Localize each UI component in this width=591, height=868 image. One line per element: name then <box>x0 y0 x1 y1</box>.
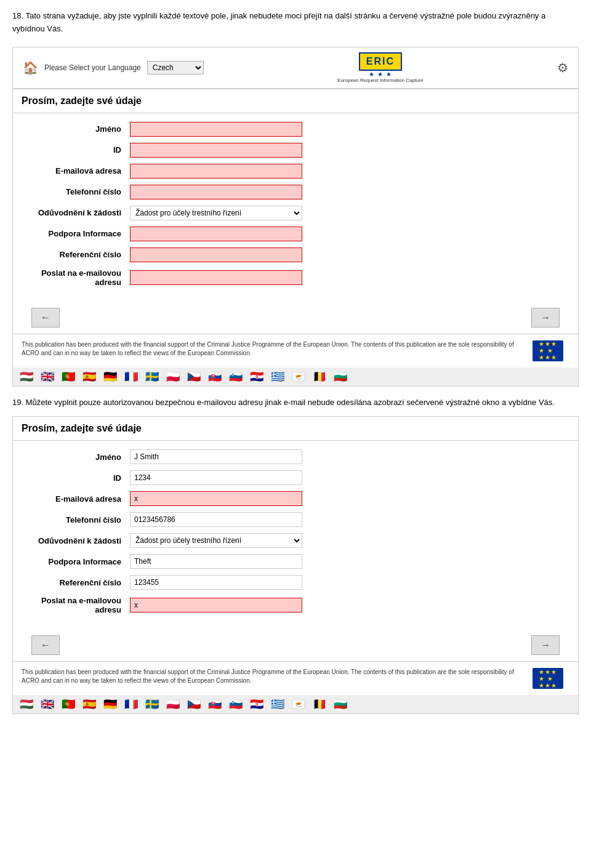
form1-label-telefon: Telefonní číslo <box>31 187 130 196</box>
form1-row-id: ID <box>31 143 560 158</box>
form1-label-email: E-mailová adresa <box>31 166 130 175</box>
form1-row-podpora: Podpora Informace <box>31 227 560 241</box>
form2-label-referencni: Referenční číslo <box>31 578 130 587</box>
flag-icon: 🇩🇪 <box>100 697 120 711</box>
form1-row-poslat: Poslat na e-mailovou adresu <box>31 268 560 287</box>
form1-label-podpora: Podpora Informace <box>31 229 130 238</box>
form1-select-oduvodneni[interactable]: Žádost pro účely trestního řízení Jiný d… <box>130 206 302 220</box>
flag-icon: 🇭🇺 <box>17 370 36 384</box>
flag-icon: 🇩🇪 <box>100 370 120 384</box>
language-select[interactable]: Czech English French German Spanish Port… <box>147 61 204 74</box>
form1-label-jmeno: Jméno <box>31 124 130 134</box>
form2-label-jmeno: Jméno <box>31 452 130 462</box>
form2-select-oduvodneni[interactable]: Žádost pro účely trestního řízení Jiný d… <box>130 533 302 548</box>
form2-row-podpora: Podpora Informace <box>31 554 560 569</box>
form1-container: Prosím, zadejte své údaje Jméno ID E-mai… <box>12 89 579 387</box>
lang-label: Please Select your Language <box>44 63 141 72</box>
eric-subtitle: European Request Information Capture <box>337 78 424 83</box>
form2-input-email[interactable] <box>130 491 302 506</box>
form2-footer: This publication has been produced with … <box>13 661 578 695</box>
form1-input-telefon[interactable] <box>130 185 302 199</box>
flag-icon: 🇨🇿 <box>184 697 204 711</box>
flag-icon: 🇫🇷 <box>121 370 141 384</box>
flag-icon: 🇸🇰 <box>205 370 225 384</box>
gear-icon[interactable]: ⚙ <box>557 60 568 75</box>
form1-input-email[interactable] <box>130 164 302 179</box>
form2-row-jmeno: Jméno <box>31 449 560 464</box>
header-bar: 🏠 Please Select your Language Czech Engl… <box>12 47 579 89</box>
flag-icon: 🇬🇧 <box>38 370 57 384</box>
form1-row-oduvodneni: Odůvodnění k žádosti Žádost pro účely tr… <box>31 206 560 220</box>
flag-icon: 🇸🇮 <box>226 697 246 711</box>
form2-row-id: ID <box>31 470 560 485</box>
eu-stars1: ★★★★ ★★★★ <box>539 340 557 361</box>
flag-icon: 🇵🇹 <box>58 370 78 384</box>
form1-label-poslat: Poslat na e-mailovou adresu <box>31 268 130 287</box>
flag-icon: 🇭🇷 <box>247 697 267 711</box>
form2-row-telefon: Telefonní číslo <box>31 512 560 527</box>
eu-flag-circle2: ★★★★ ★★★★ <box>533 668 563 689</box>
form2-title: Prosím, zadejte své údaje <box>13 417 578 441</box>
flag-icon: 🇵🇱 <box>163 370 183 384</box>
form2-label-poslat: Poslat na e-mailovou adresu <box>31 596 130 614</box>
form1-footer: This publication has been produced with … <box>13 334 578 368</box>
form1-input-referencni[interactable] <box>130 247 302 262</box>
form1-footer-text: This publication has been produced with … <box>22 340 519 358</box>
form1-input-jmeno[interactable] <box>130 122 302 137</box>
flag-icon: 🇪🇸 <box>79 697 99 711</box>
form2-back-button[interactable]: ← <box>31 635 60 655</box>
form2-label-oduvodneni: Odůvodnění k žádosti <box>31 536 130 545</box>
form1-back-button[interactable]: ← <box>31 308 60 328</box>
form2-input-jmeno[interactable] <box>130 449 302 464</box>
form1-label-oduvodneni: Odůvodnění k žádosti <box>31 208 130 217</box>
intro-text-18: 18. Tato strana vyžaduje, aby jste vypln… <box>12 10 579 36</box>
flag-icon: 🇧🇪 <box>310 370 329 384</box>
form1-input-poslat[interactable] <box>130 270 302 285</box>
header-left: 🏠 Please Select your Language Czech Engl… <box>23 60 204 75</box>
form1-forward-button[interactable]: → <box>531 308 560 328</box>
flag-icon: 🇬🇧 <box>38 697 57 711</box>
form2-nav: ← → <box>13 629 578 661</box>
form2-row-email: E-mailová adresa <box>31 491 560 506</box>
form2-label-telefon: Telefonní číslo <box>31 515 130 524</box>
eric-logo-box: ERIC <box>359 52 402 71</box>
form1-row-email: E-mailová adresa <box>31 164 560 179</box>
form2-row-oduvodneni: Odůvodnění k žádosti Žádost pro účely tr… <box>31 533 560 548</box>
flag-icon: 🇵🇱 <box>163 697 183 711</box>
eu-flag-circle1: ★★★★ ★★★★ <box>533 340 563 361</box>
form2-input-podpora[interactable] <box>130 554 302 569</box>
form2-footer-text: This publication has been produced with … <box>22 668 519 685</box>
form1-flags-row: 🇭🇺🇬🇧🇵🇹🇪🇸🇩🇪🇫🇷🇸🇪🇵🇱🇨🇿🇸🇰🇸🇮🇭🇷🇬🇷🇨🇾🇧🇪🇧🇬 <box>13 368 578 386</box>
flag-icon: 🇸🇰 <box>205 697 225 711</box>
flag-icon: 🇨🇾 <box>289 697 308 711</box>
form1-label-id: ID <box>31 145 130 155</box>
form1-input-podpora[interactable] <box>130 227 302 241</box>
form2-input-telefon[interactable] <box>130 512 302 527</box>
flag-icon: 🇧🇪 <box>310 697 329 711</box>
eu-flag-box2: ★★★★ ★★★★ <box>526 668 569 689</box>
form1-row-jmeno: Jméno <box>31 122 560 137</box>
flag-icon: 🇧🇬 <box>331 697 350 711</box>
flag-icon: 🇨🇿 <box>184 370 204 384</box>
flag-icon: 🇫🇷 <box>121 697 141 711</box>
form2-flags-row: 🇭🇺🇬🇧🇵🇹🇪🇸🇩🇪🇫🇷🇸🇪🇵🇱🇨🇿🇸🇰🇸🇮🇭🇷🇬🇷🇨🇾🇧🇪🇧🇬 <box>13 695 578 713</box>
form1-label-referencni: Referenční číslo <box>31 250 130 259</box>
form1-row-telefon: Telefonní číslo <box>31 185 560 199</box>
eric-stars: ★ ★ ★ <box>369 71 392 78</box>
form2-label-email: E-mailová adresa <box>31 494 130 504</box>
form1-body: Jméno ID E-mailová adresa Telefonní čísl… <box>13 113 578 302</box>
form2-forward-button[interactable]: → <box>531 635 560 655</box>
flag-icon: 🇧🇬 <box>331 370 350 384</box>
flag-icon: 🇨🇾 <box>289 370 308 384</box>
flag-icon: 🇬🇷 <box>268 370 287 384</box>
form1-input-id[interactable] <box>130 143 302 158</box>
form2-input-id[interactable] <box>130 470 302 485</box>
flag-icon: 🇸🇮 <box>226 370 246 384</box>
home-icon[interactable]: 🏠 <box>23 60 38 75</box>
form2-input-poslat[interactable] <box>130 598 302 613</box>
eric-logo: ERIC ★ ★ ★ European Request Information … <box>337 52 424 83</box>
intro-text-19: 19. Můžete vyplnit pouze autorizovanou b… <box>12 396 579 409</box>
form2-input-referencni[interactable] <box>130 575 302 590</box>
form2-row-referencni: Referenční číslo <box>31 575 560 590</box>
flag-icon: 🇸🇪 <box>142 370 162 384</box>
